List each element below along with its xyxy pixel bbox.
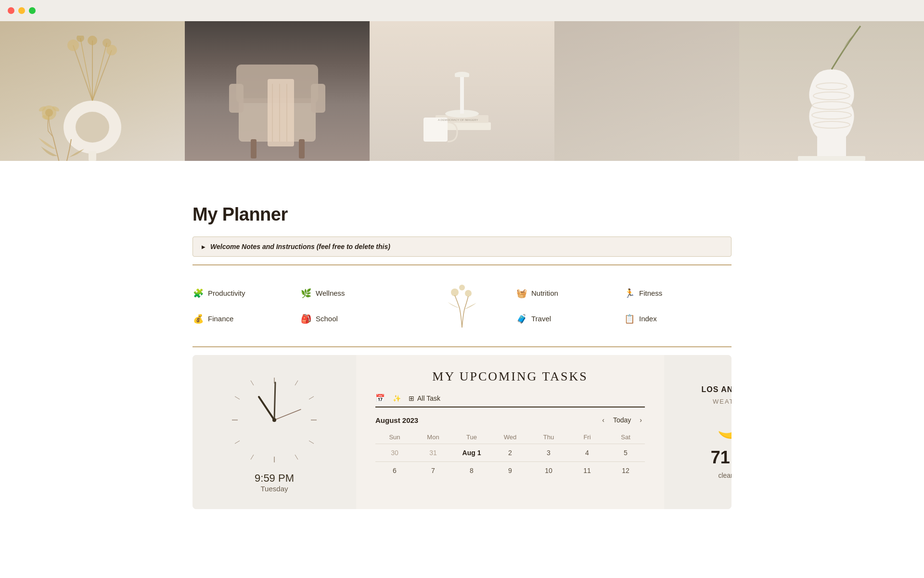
travel-label: Travel <box>531 315 551 323</box>
svg-line-5 <box>92 50 112 101</box>
center-decoration <box>408 282 516 330</box>
next-month-button[interactable]: › <box>637 415 645 425</box>
cal-cell-today[interactable]: Aug 1 <box>452 444 491 462</box>
all-task-label: All Task <box>417 394 440 402</box>
day-header-mon: Mon <box>414 431 452 444</box>
titlebar <box>0 0 924 21</box>
productivity-label: Productivity <box>208 289 245 297</box>
svg-rect-36 <box>798 156 865 161</box>
nav-item-index[interactable]: 📋 Index <box>624 307 732 330</box>
nav-grid: 🧩 Productivity 🌿 Wellness 🧺 Nutrition <box>192 273 732 339</box>
all-task-button[interactable]: ⊞ All Task <box>409 394 440 402</box>
cal-cell[interactable]: 12 <box>606 462 645 480</box>
cal-cell[interactable]: 6 <box>375 462 414 480</box>
svg-line-7 <box>92 43 107 101</box>
clock-day: Tuesday <box>261 485 288 493</box>
tasks-title: MY UPCOMING TASKS <box>375 369 645 384</box>
hero-strip: A DEMOCRACY OF IMAGERY <box>0 21 924 161</box>
svg-rect-16 <box>311 84 325 113</box>
svg-point-12 <box>103 39 111 47</box>
wellness-icon: 🌿 <box>300 288 312 299</box>
sparkle-icon: ✨ <box>393 394 401 402</box>
weather-panel: LOS ANGELES WEATHER 🌙 71 °F clear sky <box>664 355 732 509</box>
svg-rect-26 <box>460 74 464 114</box>
weather-moon-icon: 🌙 <box>717 413 732 440</box>
travel-icon: 🧳 <box>516 314 527 324</box>
day-header-thu: Thu <box>529 431 568 444</box>
cal-cell[interactable]: 4 <box>568 444 606 462</box>
clock-face <box>226 372 322 468</box>
svg-rect-19 <box>268 79 294 146</box>
weather-label: WEATHER <box>713 398 732 405</box>
weather-description: clear sky <box>718 472 732 479</box>
svg-rect-18 <box>299 139 305 158</box>
grid-icon: ⊞ <box>409 394 414 402</box>
nav-item-travel[interactable]: 🧳 Travel <box>516 307 624 330</box>
day-header-wed: Wed <box>491 431 529 444</box>
calendar-row-2: 6 7 8 9 10 11 12 <box>375 462 645 480</box>
nav-item-productivity[interactable]: 🧩 Productivity <box>192 282 300 304</box>
finance-icon: 💰 <box>192 314 204 324</box>
cal-cell[interactable]: 31 <box>414 444 452 462</box>
svg-point-43 <box>465 290 472 297</box>
welcome-text: Welcome Notes and Instructions (feel fre… <box>210 243 390 250</box>
tasks-toolbar: 📅 ✨ ⊞ All Task <box>375 394 645 407</box>
calendar-row-1: 30 31 Aug 1 2 3 4 5 <box>375 444 645 462</box>
calendar-month: August 2023 <box>375 416 418 424</box>
svg-point-42 <box>451 289 459 296</box>
weather-temperature: 71 °F <box>711 447 732 468</box>
svg-point-44 <box>459 285 465 290</box>
nav-item-wellness[interactable]: 🌿 Wellness <box>300 282 408 304</box>
nav-item-fitness[interactable]: 🏃 Fitness <box>624 282 732 304</box>
fitness-icon: 🏃 <box>624 288 635 299</box>
cal-cell[interactable]: 10 <box>529 462 568 480</box>
cal-cell[interactable]: 3 <box>529 444 568 462</box>
minimize-button[interactable] <box>18 7 25 14</box>
cal-cell[interactable]: 2 <box>491 444 529 462</box>
prev-month-button[interactable]: ‹ <box>599 415 607 425</box>
close-button[interactable] <box>8 7 14 14</box>
welcome-banner[interactable]: ▶ Welcome Notes and Instructions (feel f… <box>192 236 732 257</box>
cal-cell[interactable]: 7 <box>414 462 452 480</box>
expand-icon[interactable]: ▶ <box>202 244 205 250</box>
hero-panel-3: A DEMOCRACY OF IMAGERY <box>370 21 554 161</box>
hero-illustration <box>29 98 96 161</box>
svg-rect-28 <box>455 73 469 77</box>
weather-city: LOS ANGELES <box>701 385 732 394</box>
day-header-sun: Sun <box>375 431 414 444</box>
school-label: School <box>316 315 338 323</box>
calendar-nav: ‹ Today › <box>599 415 645 425</box>
nutrition-icon: 🧺 <box>516 288 527 299</box>
svg-point-11 <box>77 36 84 42</box>
today-button[interactable]: Today <box>613 416 631 424</box>
cal-cell[interactable]: 9 <box>491 462 529 480</box>
calendar-toolbar-icon: 📅 <box>375 394 385 403</box>
bottom-divider <box>192 346 732 347</box>
fitness-label: Fitness <box>639 289 662 297</box>
finance-label: Finance <box>208 315 233 323</box>
day-header-tue: Tue <box>452 431 491 444</box>
cal-cell[interactable]: 11 <box>568 462 606 480</box>
calendar-table: Sun Mon Tue Wed Thu Fri Sat 30 31 Aug 1 <box>375 431 645 479</box>
index-label: Index <box>639 315 657 323</box>
wellness-label: Wellness <box>316 289 345 297</box>
index-icon: 📋 <box>624 314 635 324</box>
calendar-header: August 2023 ‹ Today › <box>375 415 645 425</box>
nav-item-school[interactable]: 🎒 School <box>300 307 408 330</box>
clock-panel: 9:59 PM Tuesday <box>192 355 356 509</box>
hero-panel-4 <box>554 21 739 161</box>
nav-item-nutrition[interactable]: 🧺 Nutrition <box>516 282 624 304</box>
svg-rect-15 <box>229 84 244 113</box>
cal-cell[interactable]: 5 <box>606 444 645 462</box>
school-icon: 🎒 <box>300 314 312 324</box>
hero-panel-2 <box>185 21 370 161</box>
svg-point-61 <box>272 418 276 422</box>
cal-cell[interactable]: 8 <box>452 462 491 480</box>
svg-point-8 <box>67 39 79 51</box>
page-title: My Planner <box>192 204 732 225</box>
nutrition-label: Nutrition <box>531 289 558 297</box>
svg-point-9 <box>88 36 97 45</box>
nav-item-finance[interactable]: 💰 Finance <box>192 307 300 330</box>
cal-cell[interactable]: 30 <box>375 444 414 462</box>
maximize-button[interactable] <box>29 7 36 14</box>
